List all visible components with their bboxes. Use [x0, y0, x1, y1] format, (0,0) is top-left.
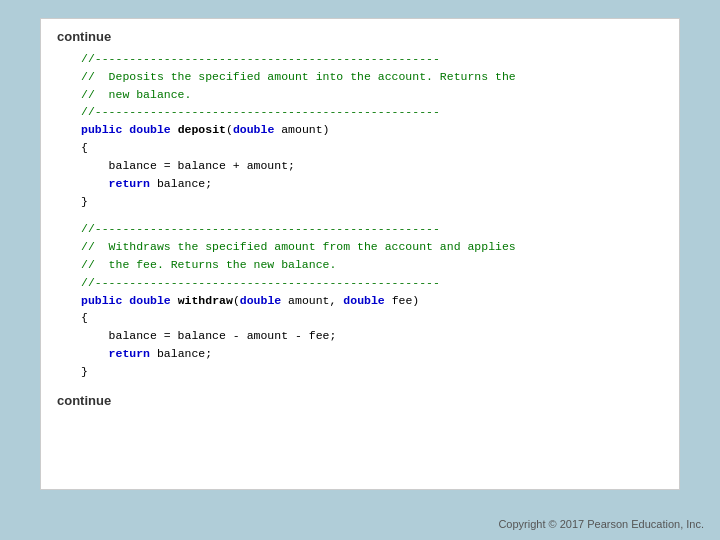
- code-line: //--------------------------------------…: [81, 50, 663, 68]
- code-line: {: [81, 309, 663, 327]
- code-block-section1: //--------------------------------------…: [41, 50, 679, 210]
- code-line: return balance;: [81, 345, 663, 363]
- code-line: // new balance.: [81, 86, 663, 104]
- code-line: // the fee. Returns the new balance.: [81, 256, 663, 274]
- code-line: public double deposit(double amount): [81, 121, 663, 139]
- code-line: }: [81, 193, 663, 211]
- code-line: // Deposits the specified amount into th…: [81, 68, 663, 86]
- code-line: //--------------------------------------…: [81, 220, 663, 238]
- code-line: //--------------------------------------…: [81, 103, 663, 121]
- code-block-section2: //--------------------------------------…: [41, 220, 679, 380]
- code-line: // Withdraws the specified amount from t…: [81, 238, 663, 256]
- slide-container: continue //-----------------------------…: [40, 18, 680, 490]
- code-line: }: [81, 363, 663, 381]
- continue-bottom-label: continue: [41, 387, 679, 416]
- copyright-text: Copyright © 2017 Pearson Education, Inc.: [498, 518, 704, 530]
- code-line: balance = balance - amount - fee;: [81, 327, 663, 345]
- code-line: //--------------------------------------…: [81, 274, 663, 292]
- code-line: balance = balance + amount;: [81, 157, 663, 175]
- code-line: return balance;: [81, 175, 663, 193]
- continue-top-label: continue: [41, 19, 679, 50]
- code-line: {: [81, 139, 663, 157]
- code-line: public double withdraw(double amount, do…: [81, 292, 663, 310]
